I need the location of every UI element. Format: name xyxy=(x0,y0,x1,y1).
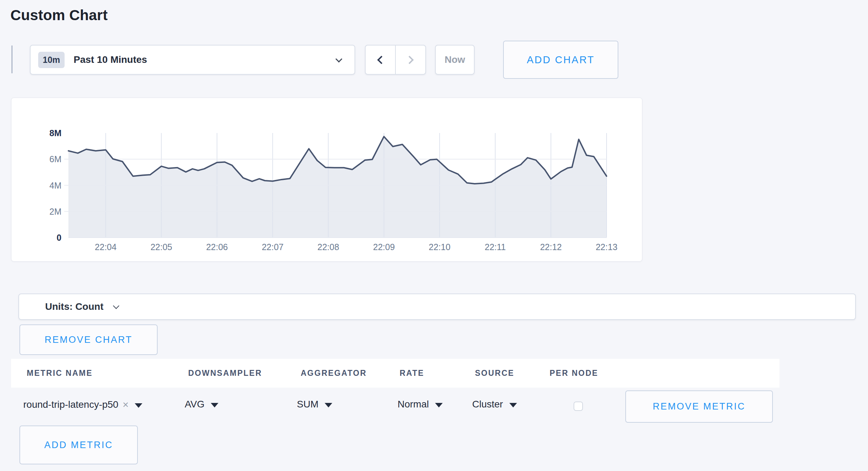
downsampler-select[interactable]: AVG xyxy=(185,399,218,410)
rate-select[interactable]: Normal xyxy=(398,399,443,410)
page-title: Custom Chart xyxy=(10,7,108,24)
caret-down-icon xyxy=(325,403,332,407)
chevron-right-icon xyxy=(405,56,414,64)
next-time-button[interactable] xyxy=(396,46,425,74)
chevron-down-icon xyxy=(113,303,119,309)
caret-down-icon xyxy=(435,403,443,407)
metric-name-value: round-trip-latency-p50 xyxy=(23,399,118,410)
svg-text:22:08: 22:08 xyxy=(317,242,339,252)
aggregator-select[interactable]: SUM xyxy=(297,399,332,410)
chevron-down-icon xyxy=(335,56,342,63)
column-header-rate: RATE xyxy=(400,369,424,378)
svg-text:22:06: 22:06 xyxy=(206,242,228,252)
prev-time-button[interactable] xyxy=(366,46,395,74)
aggregator-value: SUM xyxy=(297,399,318,410)
latency-chart[interactable]: 8M6M4M2M022:0422:0522:0622:0722:0822:092… xyxy=(11,98,643,262)
chart-card: 8M6M4M2M022:0422:0522:0622:0722:0822:092… xyxy=(11,98,642,262)
svg-text:6M: 6M xyxy=(49,154,61,164)
source-select[interactable]: Cluster xyxy=(472,399,517,410)
svg-text:22:11: 22:11 xyxy=(485,242,506,252)
column-header-downsampler: DOWNSAMPLER xyxy=(188,369,262,378)
time-window-badge: 10m xyxy=(38,52,65,68)
metrics-table-header: METRIC NAME DOWNSAMPLER AGGREGATOR RATE … xyxy=(11,359,779,388)
column-header-metric-name: METRIC NAME xyxy=(27,369,93,378)
clear-metric-icon[interactable]: × xyxy=(123,399,129,411)
column-header-aggregator: AGGREGATOR xyxy=(301,369,367,378)
downsampler-value: AVG xyxy=(185,399,205,410)
add-chart-button[interactable]: ADD CHART xyxy=(503,41,618,79)
units-select[interactable]: Units: Count xyxy=(18,294,856,320)
svg-text:22:05: 22:05 xyxy=(150,242,172,252)
remove-metric-button[interactable]: REMOVE METRIC xyxy=(625,390,773,423)
per-node-checkbox[interactable] xyxy=(574,402,583,411)
svg-text:22:10: 22:10 xyxy=(429,242,451,252)
svg-text:22:13: 22:13 xyxy=(596,242,618,252)
svg-text:2M: 2M xyxy=(49,207,61,216)
remove-chart-button[interactable]: REMOVE CHART xyxy=(19,324,158,355)
svg-text:8M: 8M xyxy=(49,128,61,138)
caret-down-icon xyxy=(135,403,142,408)
units-label: Units: Count xyxy=(45,301,103,312)
source-value: Cluster xyxy=(472,399,503,410)
metric-name-select[interactable]: round-trip-latency-p50 × xyxy=(23,399,142,411)
time-window-label: Past 10 Minutes xyxy=(74,54,147,65)
add-metric-button[interactable]: ADD METRIC xyxy=(19,425,138,464)
column-header-source: SOURCE xyxy=(475,369,514,378)
toolbar-accent-divider xyxy=(11,46,12,73)
svg-text:22:12: 22:12 xyxy=(540,242,562,252)
caret-down-icon xyxy=(509,403,517,407)
svg-text:4M: 4M xyxy=(49,181,61,190)
chevron-left-icon xyxy=(377,56,385,64)
svg-text:22:07: 22:07 xyxy=(262,242,284,252)
caret-down-icon xyxy=(211,403,218,407)
rate-value: Normal xyxy=(398,399,429,410)
column-header-per-node: PER NODE xyxy=(550,369,598,378)
time-pager xyxy=(365,45,426,75)
svg-text:0: 0 xyxy=(57,233,61,242)
now-button[interactable]: Now xyxy=(435,45,475,75)
svg-text:22:09: 22:09 xyxy=(373,242,395,252)
svg-text:22:04: 22:04 xyxy=(95,242,117,252)
time-window-select[interactable]: 10m Past 10 Minutes xyxy=(30,45,355,75)
